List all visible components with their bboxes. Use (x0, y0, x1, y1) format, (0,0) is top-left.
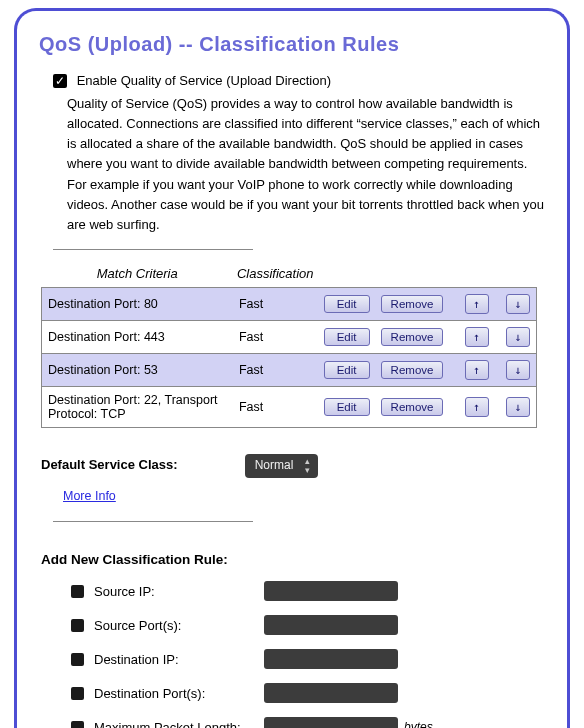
table-row: Destination Port: 443 Fast Edit Remove ↑… (42, 321, 537, 354)
source-ports-input[interactable] (264, 615, 398, 635)
source-ports-checkbox[interactable] (71, 619, 84, 632)
add-rule-title: Add New Classification Rule: (41, 552, 549, 567)
max-pkt-suffix: bytes (404, 720, 433, 728)
move-up-button[interactable]: ↑ (465, 360, 489, 380)
move-up-button[interactable]: ↑ (465, 294, 489, 314)
remove-button[interactable]: Remove (381, 398, 443, 416)
chevron-updown-icon: ▴▾ (305, 457, 310, 475)
max-pkt-label: Maximum Packet Length: (94, 720, 264, 728)
qos-description: Quality of Service (QoS) provides a way … (67, 94, 549, 235)
page-title: QoS (Upload) -- Classification Rules (39, 33, 549, 56)
dest-ports-label: Destination Port(s): (94, 686, 264, 701)
more-info-link[interactable]: More Info (63, 489, 116, 503)
max-pkt-input[interactable] (264, 717, 398, 728)
move-up-button[interactable]: ↑ (465, 397, 489, 417)
divider (53, 249, 253, 250)
dest-ports-input[interactable] (264, 683, 398, 703)
move-down-button[interactable]: ↓ (506, 294, 530, 314)
cell-classification: Fast (233, 354, 318, 387)
enable-qos-checkbox[interactable]: ✓ (53, 74, 67, 88)
table-row: Destination Port: 22, Transport Protocol… (42, 387, 537, 428)
source-ip-checkbox[interactable] (71, 585, 84, 598)
dest-ip-checkbox[interactable] (71, 653, 84, 666)
source-ip-input[interactable] (264, 581, 398, 601)
dest-ip-label: Destination IP: (94, 652, 264, 667)
source-ip-label: Source IP: (94, 584, 264, 599)
move-down-button[interactable]: ↓ (506, 327, 530, 347)
move-up-button[interactable]: ↑ (465, 327, 489, 347)
cell-match: Destination Port: 80 (42, 288, 233, 321)
cell-match: Destination Port: 53 (42, 354, 233, 387)
dest-ports-checkbox[interactable] (71, 687, 84, 700)
edit-button[interactable]: Edit (324, 328, 370, 346)
max-pkt-checkbox[interactable] (71, 721, 84, 728)
col-header-actions (318, 260, 537, 288)
enable-qos-label: Enable Quality of Service (Upload Direct… (77, 73, 331, 88)
default-service-class-value: Normal (255, 458, 294, 472)
source-ports-label: Source Port(s): (94, 618, 264, 633)
remove-button[interactable]: Remove (381, 361, 443, 379)
default-service-class-select[interactable]: Normal ▴▾ (245, 454, 318, 478)
table-row: Destination Port: 53 Fast Edit Remove ↑ … (42, 354, 537, 387)
cell-classification: Fast (233, 387, 318, 428)
table-row: Destination Port: 80 Fast Edit Remove ↑ … (42, 288, 537, 321)
col-header-classification: Classification (233, 260, 318, 288)
default-service-class-label: Default Service Class: (41, 457, 241, 472)
dest-ip-input[interactable] (264, 649, 398, 669)
cell-classification: Fast (233, 288, 318, 321)
remove-button[interactable]: Remove (381, 295, 443, 313)
edit-button[interactable]: Edit (324, 361, 370, 379)
col-header-match: Match Criteria (42, 260, 233, 288)
edit-button[interactable]: Edit (324, 398, 370, 416)
remove-button[interactable]: Remove (381, 328, 443, 346)
cell-classification: Fast (233, 321, 318, 354)
move-down-button[interactable]: ↓ (506, 397, 530, 417)
cell-match: Destination Port: 443 (42, 321, 233, 354)
edit-button[interactable]: Edit (324, 295, 370, 313)
cell-match: Destination Port: 22, Transport Protocol… (42, 387, 233, 428)
divider (53, 521, 253, 522)
move-down-button[interactable]: ↓ (506, 360, 530, 380)
rules-table: Match Criteria Classification Destinatio… (41, 260, 537, 428)
